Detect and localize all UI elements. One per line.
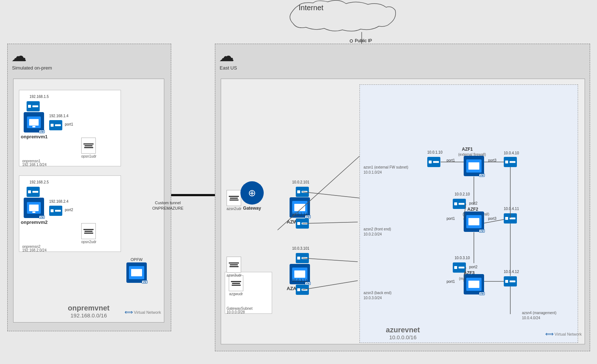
azf1-vm-icon: VM xyxy=(464,156,484,176)
azapp1-nic-bottom xyxy=(296,285,309,295)
azsn3-label: azsn3 (back end) 10.0.3.0/24 xyxy=(364,290,392,301)
azapp1-ip3-label: 10.0.3.11 xyxy=(292,278,307,282)
azf1-name-label: AZF1 xyxy=(462,147,473,152)
svg-line-12 xyxy=(302,222,358,223)
onprem-sn2-port-label: port2 xyxy=(65,208,73,212)
azsn1-ip-label: 10.0.1.10 xyxy=(427,150,443,154)
azweb1-ip3-label: 10.0.2.11 xyxy=(292,212,307,216)
azf3-port2-ip-label: 10.0.3.10 xyxy=(455,256,470,260)
azsn1-label: azsn1 (external FW subnet) 10.0.1.0/24 xyxy=(364,165,408,175)
azapp1-ip1-label: 10.0.3.101 xyxy=(292,246,309,250)
public-ip-label: Public IP xyxy=(355,38,372,43)
svg-line-11 xyxy=(302,192,360,198)
onprem-vnet-box: 192.168.1.5 VM onpremvm1 xyxy=(13,79,164,323)
onpremvm2-icon: VM xyxy=(24,198,44,218)
gateway-circle-icon: ⊕ xyxy=(240,181,264,205)
onprem-vm2-ip1-label: 192.168.2.5 xyxy=(30,180,49,184)
azurevnet-type: ⟺ Virtual Network xyxy=(545,331,582,337)
azsn4-label: azsn4 (management) 10.0.4.0/24 xyxy=(522,310,557,321)
onprem-cloud-icon: ☁ xyxy=(11,47,27,65)
gateway-subnet-box: azgwudr GatewaySubnet 10.0.0.0/28 xyxy=(225,272,272,314)
azf1-right-nic xyxy=(504,157,517,167)
onprem-region-label: Simulated on-prem xyxy=(12,65,52,71)
azf3-vm-icon: VM xyxy=(464,274,484,294)
onpremsn2-box: 192.168.2.5 VM onpremvm2 192.16 xyxy=(19,175,121,252)
azf3-port2-label: port2 xyxy=(469,265,478,269)
onprem-sn1-port-label: port1 xyxy=(65,122,73,126)
azgwudr-label: azgwudr xyxy=(229,292,243,296)
opsn1udr-label: opsn1udr xyxy=(81,154,97,158)
azweb1-ip1-label: 10.0.2.101 xyxy=(292,180,309,184)
azf3-right-nic xyxy=(504,276,517,286)
onprem-vm1-ip2-label: 192.168.1.4 xyxy=(49,114,68,118)
opsn2udr-label: opsn2udr xyxy=(81,240,97,244)
azapp1-nic-top xyxy=(296,253,309,263)
azf2-port2-ip-label: 10.0.2.10 xyxy=(455,192,470,196)
azure-vnet-box: azgwudr GatewaySubnet 10.0.0.0/28 azsn1 … xyxy=(221,79,585,344)
eastus-region-label: East US xyxy=(220,65,237,71)
azf1-port1-label: port1 xyxy=(447,158,455,162)
azf2-right-nic xyxy=(504,213,517,223)
eastus-cloud-icon: ☁ xyxy=(219,47,234,65)
azsn2-label: azsn2 (front end) 10.0.2.0/24 xyxy=(364,227,391,237)
onpremvm2-label: onpremvm2 xyxy=(21,219,46,225)
sn4-ip2-label: 10.0.4.11 xyxy=(504,207,519,211)
gateway-label: Gateway xyxy=(243,206,261,211)
onprem-vm1-ip1-label: 192.168.1.5 xyxy=(30,95,49,99)
onpremvnet-cidr: 192.168.0.0/16 xyxy=(68,312,109,318)
onprem-region: ☁ Simulated on-prem 192.168.1.5 xyxy=(7,44,171,331)
opsn2udr-icon: opsn2udr xyxy=(81,223,97,244)
onpremvm1-icon: VM xyxy=(24,112,44,132)
azf1-port3-label: port3 xyxy=(488,158,496,162)
sn4-ip3-label: 10.0.4.12 xyxy=(504,270,519,274)
azsn3udr-label: azsn3udr xyxy=(227,273,241,277)
onpremsn1-cidr: 192.168.1.0/24 xyxy=(22,163,47,167)
azsn3udr-icon: azsn3udr xyxy=(227,257,241,277)
diagram-container: Internet Public IP ☁ Simulated on-prem 1… xyxy=(0,0,597,364)
gateway-icon-group: ⊕ Gateway xyxy=(240,181,264,211)
azf3-port1-label: port1 xyxy=(447,280,455,284)
azf2-name-label: AZF2 xyxy=(467,207,478,212)
svg-line-13 xyxy=(302,258,358,262)
tunnel-label: Custom tunnel ONPREMAZURE xyxy=(152,200,184,211)
onpremvnet-bottom-labels: onpremvnet 192.168.0.0/16 xyxy=(68,304,109,318)
azf2-port2-label: port2 xyxy=(469,201,478,205)
onprem-vm1-nic-top xyxy=(27,101,40,111)
onpremvm1-label: onpremvm1 xyxy=(21,134,46,139)
onprem-vm2-nic-top xyxy=(27,187,40,197)
onprem-vm2-ip2-label: 192.168.2.4 xyxy=(49,199,68,203)
gateway-subnet-cidr: 10.0.0.0/28 xyxy=(227,310,245,314)
onpremvnet-type: ⟺ Virtual Network xyxy=(125,309,161,316)
onprem-vm1-nic-right xyxy=(49,120,62,130)
azgwudr-icon: azgwudr xyxy=(229,275,243,296)
opsn1udr-icon: opsn1udr xyxy=(81,138,97,158)
internet-label: Internet xyxy=(299,4,323,12)
azsn1-nic xyxy=(427,157,440,167)
azurevnet-cidr: 10.0.0.0/16 xyxy=(386,334,420,340)
azf2-port3-label: port3 xyxy=(488,217,496,221)
azf2-port1-label: port1 xyxy=(447,217,455,221)
onpremvnet-name: onpremvnet xyxy=(68,304,109,312)
azf2-port2-nic xyxy=(453,199,466,209)
sn4-ip1-label: 10.0.4.10 xyxy=(504,151,519,155)
azsn2udr-label: azsn2udr xyxy=(227,207,241,211)
eastus-region: ☁ East US azgwudr GatewaySubnet 10.0.0.0… xyxy=(215,44,590,351)
public-ip-area: Public IP xyxy=(350,38,372,43)
azweb1-nic-bottom xyxy=(296,218,309,229)
opfw-icon-group: OPFW VM xyxy=(126,257,147,283)
azurevnet-name: azurevnet xyxy=(386,326,420,334)
onpremsn1-box: 192.168.1.5 VM onpremvm1 xyxy=(19,90,121,166)
azurevnet-bottom-labels: azurevnet 10.0.0.0/16 xyxy=(386,326,420,340)
azsn2udr-icon: azsn2udr xyxy=(227,190,241,211)
azf2-vm-icon: VM xyxy=(464,211,484,232)
public-ip-dot xyxy=(350,39,353,43)
onpremsn2-cidr: 192.168.2.0/24 xyxy=(22,248,47,252)
onprem-vm2-nic-right xyxy=(49,206,62,216)
azfw-subnet-box: azsn1 (external FW subnet) 10.0.1.0/24 1… xyxy=(360,84,578,343)
opfw-label: OPFW xyxy=(131,257,143,262)
azweb1-nic-top xyxy=(296,187,309,197)
